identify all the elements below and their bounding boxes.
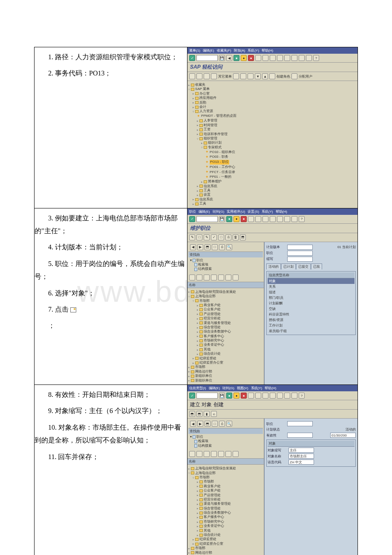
tool-icon[interactable]: ⬒ bbox=[240, 234, 246, 240]
tree-node[interactable]: ✦PO01 - 工作中心 bbox=[188, 165, 357, 170]
tree-node[interactable]: ▿ 组织管理 bbox=[188, 136, 357, 141]
help-icon[interactable]: ? bbox=[299, 393, 305, 399]
tool-icon[interactable]: ⎙ bbox=[225, 234, 231, 240]
org-tree[interactable]: ▸ 上海电信研究院综合发展处▿ 上海电信总部▿ 市场部▸ 商业客户处▸ 公众客户… bbox=[187, 288, 264, 384]
cancel-icon[interactable]: ● bbox=[248, 55, 254, 61]
tool-icon[interactable]: ✎ bbox=[189, 234, 195, 240]
tool-icon[interactable]: ⎙ bbox=[219, 421, 225, 427]
tree-node[interactable]: ▸ 时间管理 bbox=[188, 123, 357, 127]
next-icon[interactable]: ▶ bbox=[197, 421, 203, 427]
find-item[interactable]: ▾ 职位 bbox=[190, 258, 261, 263]
help-icon[interactable]: ? bbox=[299, 216, 305, 222]
next-page-icon[interactable] bbox=[284, 55, 290, 61]
menu-item[interactable]: 实用程序(U) bbox=[227, 209, 245, 214]
tree-node[interactable]: ▸ 组织计划 bbox=[188, 141, 357, 145]
field-input[interactable] bbox=[287, 433, 313, 438]
menu-item[interactable]: 设置(S) bbox=[248, 209, 259, 214]
tool-icon[interactable]: ✓ bbox=[211, 234, 217, 240]
field-input[interactable] bbox=[287, 421, 313, 426]
tree-node[interactable]: ▸ 商业客户处 bbox=[188, 303, 263, 307]
sap-menu-tree[interactable]: ▸ 收藏夹▿ SAP 菜单▸ 办公室▸ 跨应用组件▸ 后勤▸ 会计▿ 人力资源✦… bbox=[187, 81, 357, 208]
back-icon[interactable]: ◀ bbox=[226, 55, 232, 61]
menu-item[interactable]: 职位 bbox=[189, 209, 196, 214]
shortcut-icon[interactable] bbox=[306, 55, 312, 61]
tree-node[interactable]: ▸ 客户服务中心 bbox=[188, 515, 263, 519]
list-item[interactable]: 雇员组/子组 bbox=[268, 328, 355, 334]
tree-node[interactable]: ▿ 上海电信总部 bbox=[188, 471, 263, 475]
exit-icon[interactable]: ● bbox=[233, 393, 239, 399]
tab[interactable]: 已提交 bbox=[296, 263, 311, 269]
menu-item[interactable]: 收藏夹(F) bbox=[217, 48, 231, 53]
command-field[interactable] bbox=[196, 393, 218, 399]
tool-icon[interactable] bbox=[204, 275, 210, 280]
next-icon[interactable]: ▶ bbox=[197, 244, 203, 250]
list-item[interactable]: 工作计划 bbox=[268, 323, 355, 328]
tree-node[interactable]: ▸ 信息系统 bbox=[188, 184, 357, 188]
prev-page-icon[interactable] bbox=[277, 55, 283, 61]
menu-item[interactable]: 系统(Y) bbox=[248, 48, 259, 53]
tree-node[interactable]: ▸ 办公室 bbox=[188, 92, 357, 96]
menu-item[interactable]: 编辑(E) bbox=[203, 48, 214, 53]
exit-icon[interactable]: ● bbox=[233, 216, 239, 222]
tree-node[interactable]: ▸ 综合业务数据中心 bbox=[188, 330, 263, 334]
tab[interactable]: 已计划 bbox=[281, 263, 296, 269]
tree-node[interactable]: ▿ SAP 菜单 bbox=[188, 87, 357, 91]
tree-node[interactable]: ▿ 人力资源 bbox=[188, 109, 357, 113]
list-item[interactable]: 描述 bbox=[268, 289, 355, 295]
list-item[interactable]: 部门/职员 bbox=[268, 295, 355, 301]
menu-item[interactable]: 帮助(H) bbox=[265, 386, 276, 390]
tree-node[interactable]: ✦PPMDT - 管理者的桌面 bbox=[188, 114, 357, 119]
enter-icon[interactable]: ✓ bbox=[189, 216, 195, 222]
new-session-icon[interactable] bbox=[299, 55, 305, 61]
tool-icon[interactable] bbox=[240, 73, 246, 79]
find-item[interactable]: 检索项 bbox=[190, 439, 261, 443]
field-input[interactable]: 主任 bbox=[288, 448, 314, 453]
tool-icon[interactable]: ⬒ bbox=[205, 421, 210, 427]
list-item[interactable]: 授权/资源 bbox=[268, 317, 355, 323]
tool-icon[interactable] bbox=[248, 73, 254, 79]
tree-node[interactable]: ▸ 纪律监督办公室 bbox=[188, 361, 263, 365]
menu-item[interactable]: 附加(A) bbox=[234, 48, 245, 53]
tool-icon[interactable]: □ bbox=[218, 234, 224, 240]
toolbar-label[interactable]: 分配用户 bbox=[299, 74, 312, 79]
find-item[interactable]: 结构搜索 bbox=[190, 267, 261, 271]
tool-icon[interactable] bbox=[196, 451, 202, 457]
tool-icon[interactable] bbox=[284, 216, 290, 222]
menu-item[interactable]: 帮助(H) bbox=[276, 209, 287, 214]
tree-node[interactable]: ▸ 上海电信研究院综合发展处 bbox=[188, 290, 263, 294]
tool-icon[interactable]: ⎌ bbox=[211, 411, 217, 417]
list-item[interactable]: 计划薪酬 bbox=[268, 301, 355, 306]
tool-icon[interactable] bbox=[277, 393, 283, 399]
tree-node[interactable]: ▿ 市场部 bbox=[188, 299, 263, 303]
tool-icon[interactable] bbox=[211, 451, 217, 457]
tool-icon[interactable] bbox=[284, 393, 290, 399]
field-input[interactable] bbox=[287, 251, 313, 256]
toolbar-label[interactable]: 创建角色 bbox=[277, 74, 290, 79]
tool-icon[interactable]: ⬒ bbox=[189, 411, 195, 417]
tree-node[interactable]: ▸ 业务查证中心 bbox=[188, 343, 263, 347]
prev-icon[interactable]: ◀ bbox=[190, 244, 196, 250]
tree-node[interactable]: ▸ 市场部 bbox=[188, 365, 263, 369]
tree-node[interactable]: ✦PO03 - 职务 bbox=[188, 155, 357, 160]
tool-icon[interactable] bbox=[218, 451, 224, 457]
menu-item[interactable]: 视图(V) bbox=[237, 386, 248, 390]
tree-node[interactable]: ▿ 上海电信总部 bbox=[188, 294, 263, 298]
field-input[interactable]: 市场部主任 bbox=[288, 454, 314, 459]
tree-node[interactable]: ▸ 渠道与服务管理处 bbox=[188, 502, 263, 506]
tree-node[interactable]: ▸ 综合管理处 bbox=[188, 506, 263, 511]
tool-icon[interactable]: ▮ bbox=[204, 411, 210, 417]
tree-node[interactable]: ▸ 其他 bbox=[188, 529, 263, 533]
menu-bar[interactable]: 信息类型(I) 编辑(E) 转到(G) 视图(V) 系统(Y) 帮助(H) bbox=[187, 385, 357, 391]
tree-node[interactable]: ▸ 商业客户处 bbox=[188, 484, 263, 489]
tree-node[interactable]: ▸ 跨应用组件 bbox=[188, 96, 357, 100]
menu-item[interactable]: 信息类型(I) bbox=[189, 386, 206, 390]
tool-icon[interactable] bbox=[211, 275, 217, 280]
tool-icon[interactable]: □ bbox=[212, 244, 218, 250]
tree-node[interactable]: ▸ 渠道与服务管理处 bbox=[188, 321, 263, 325]
tree-node[interactable]: ✦PO10 - 组织单位 bbox=[188, 150, 357, 155]
list-item[interactable]: 对象 bbox=[268, 278, 355, 284]
tool-icon[interactable] bbox=[233, 275, 239, 280]
tree-node[interactable]: ▸ 后勤 bbox=[188, 101, 357, 105]
tree-node[interactable]: ▸ 综合统计处 bbox=[188, 533, 263, 537]
find-item[interactable]: 结构搜索 bbox=[190, 444, 261, 448]
